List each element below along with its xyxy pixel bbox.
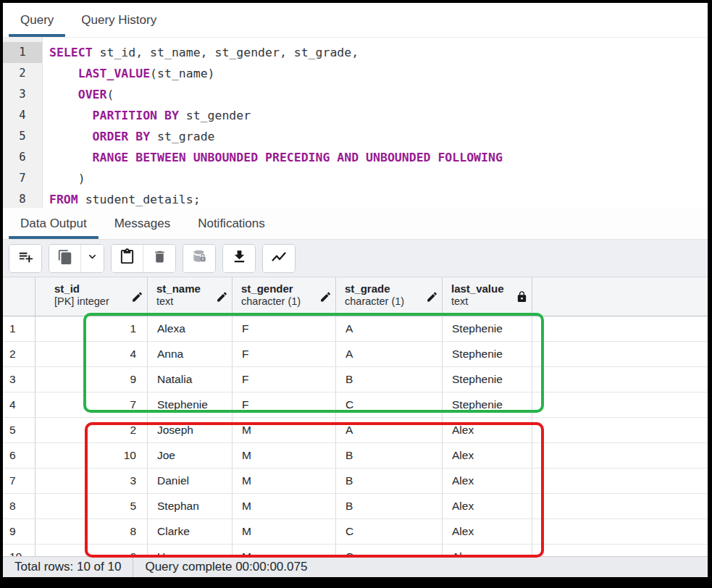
table-cell[interactable]: 2 xyxy=(35,418,148,442)
table-cell[interactable]: B xyxy=(336,469,443,493)
grid-corner-cell[interactable] xyxy=(3,277,35,316)
column-name: st_name xyxy=(156,282,214,295)
table-cell[interactable]: B xyxy=(336,494,443,518)
row-number[interactable]: 8 xyxy=(3,494,35,518)
table-cell[interactable]: A xyxy=(336,316,443,341)
table-cell[interactable]: Alex xyxy=(443,545,532,556)
row-number[interactable]: 3 xyxy=(3,367,35,392)
status-bar: Total rows: 10 of 10 Query complete 00:0… xyxy=(3,556,708,577)
table-cell[interactable]: Stephan xyxy=(148,494,233,518)
table-cell[interactable]: F xyxy=(233,316,336,341)
results-toolbar xyxy=(3,240,708,277)
table-cell[interactable]: Alex xyxy=(443,494,532,518)
table-cell[interactable]: Alex xyxy=(443,443,532,468)
table-cell[interactable]: C xyxy=(336,392,443,417)
table-cell[interactable]: Stephenie xyxy=(443,367,532,392)
line-number: 5 xyxy=(3,126,42,147)
table-cell[interactable]: 10 xyxy=(35,443,148,468)
table-cell[interactable]: 9 xyxy=(35,367,148,392)
copy-options-button[interactable] xyxy=(81,245,104,272)
column-name: st_id xyxy=(54,282,130,295)
table-cell[interactable]: Joseph xyxy=(148,418,233,442)
table-cell[interactable]: M xyxy=(233,418,336,442)
table-cell[interactable]: Harry xyxy=(148,545,233,556)
table-cell[interactable]: 4 xyxy=(35,342,148,366)
table-cell[interactable]: 3 xyxy=(35,469,148,493)
table-cell[interactable]: M xyxy=(233,469,336,493)
table-cell[interactable]: Alex xyxy=(443,469,532,493)
table-cell[interactable]: Stephenie xyxy=(148,392,233,417)
column-name: st_gender xyxy=(241,282,318,295)
table-cell[interactable]: Natalia xyxy=(148,367,233,392)
column-type: [PK] integer xyxy=(54,295,130,307)
column-header-st_id[interactable]: st_id[PK] integer xyxy=(35,277,148,316)
table-cell[interactable]: Clarke xyxy=(148,519,233,544)
table-cell[interactable]: Daniel xyxy=(148,469,233,493)
table-cell[interactable]: F xyxy=(233,342,336,366)
table-row: 610JoeMBAlex xyxy=(3,443,708,469)
query-complete-label: Query complete 00:00:00.075 xyxy=(145,560,307,574)
tab-data-output-label: Data Output xyxy=(20,217,87,231)
table-cell[interactable]: A xyxy=(336,342,443,366)
delete-icon xyxy=(152,249,167,267)
table-cell[interactable]: 1 xyxy=(35,316,148,341)
tab-messages[interactable]: Messages xyxy=(107,208,177,239)
table-cell[interactable]: A xyxy=(336,418,443,442)
row-number[interactable]: 2 xyxy=(3,342,35,366)
tab-notifications-label: Notifications xyxy=(198,217,265,231)
graph-visualiser-button[interactable] xyxy=(263,245,295,272)
row-number[interactable]: 5 xyxy=(3,418,35,442)
column-header-st_grade[interactable]: st_gradecharacter (1) xyxy=(336,277,443,316)
row-number[interactable]: 10 xyxy=(3,545,35,556)
table-cell[interactable]: F xyxy=(233,392,336,417)
tab-notifications[interactable]: Notifications xyxy=(190,208,272,239)
row-number[interactable]: 4 xyxy=(3,392,35,417)
column-header-st_gender[interactable]: st_gendercharacter (1) xyxy=(233,277,336,316)
table-cell[interactable]: Alex xyxy=(443,519,532,544)
table-cell[interactable]: M xyxy=(233,443,336,468)
table-cell[interactable]: Stephenie xyxy=(443,392,532,417)
table-cell[interactable]: Alexa xyxy=(148,316,233,341)
table-cell[interactable]: Anna xyxy=(148,342,233,366)
table-cell[interactable]: M xyxy=(233,519,336,544)
table-cell[interactable]: B xyxy=(336,367,443,392)
table-cell[interactable]: F xyxy=(233,367,336,392)
pgadmin-query-tool-window: Query Query History 12345678 SELECT st_i… xyxy=(0,0,712,588)
results-grid: st_id[PK] integerst_nametextst_gendercha… xyxy=(3,277,708,556)
column-header-last_value[interactable]: last_valuetext xyxy=(443,277,532,316)
delete-row-button[interactable] xyxy=(143,245,175,272)
table-cell[interactable]: 8 xyxy=(35,519,148,544)
download-results-button[interactable] xyxy=(223,245,255,272)
add-row-button[interactable] xyxy=(9,245,41,272)
code-line: RANGE BETWEEN UNBOUNDED PRECEDING AND UN… xyxy=(49,147,708,168)
row-number[interactable]: 1 xyxy=(3,316,35,341)
table-cell[interactable]: 7 xyxy=(35,392,148,417)
column-header-st_name[interactable]: st_nametext xyxy=(148,277,233,316)
table-cell[interactable]: Joe xyxy=(148,443,233,468)
table-cell[interactable]: 5 xyxy=(35,494,148,518)
row-number[interactable]: 6 xyxy=(3,443,35,468)
table-cell[interactable]: C xyxy=(336,545,443,556)
line-number: 2 xyxy=(3,63,42,84)
table-cell[interactable]: M xyxy=(233,494,336,518)
paste-button[interactable] xyxy=(112,245,143,272)
table-cell[interactable]: M xyxy=(233,545,336,556)
table-cell[interactable]: B xyxy=(336,443,443,468)
line-number: 8 xyxy=(3,189,42,210)
table-cell[interactable]: C xyxy=(336,519,443,544)
tab-query[interactable]: Query xyxy=(13,3,61,37)
table-cell[interactable]: Stephenie xyxy=(443,342,532,366)
tab-data-output[interactable]: Data Output xyxy=(13,208,94,239)
table-cell[interactable]: Alex xyxy=(443,418,532,442)
copy-button[interactable] xyxy=(49,245,81,272)
tab-query-history[interactable]: Query History xyxy=(74,3,164,37)
sql-editor[interactable]: 12345678 SELECT st_id, st_name, st_gende… xyxy=(3,38,708,208)
row-number[interactable]: 7 xyxy=(3,469,35,493)
pencil-icon xyxy=(131,290,143,303)
total-rows-label: Total rows: 10 of 10 xyxy=(3,560,121,574)
pencil-icon xyxy=(319,290,332,303)
row-number[interactable]: 9 xyxy=(3,519,35,544)
table-cell[interactable]: Stephenie xyxy=(443,316,532,341)
table-row: 47StephenieFCStephenie xyxy=(3,392,708,418)
table-cell[interactable]: 6 xyxy=(35,545,148,556)
